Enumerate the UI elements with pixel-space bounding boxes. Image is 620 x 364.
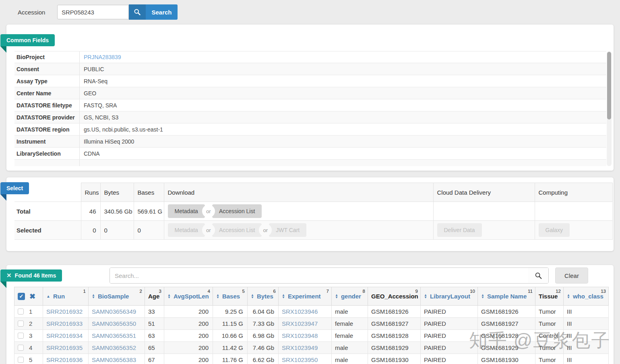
column-header-who-class[interactable]: 13 ▲▼who_class (564, 287, 609, 306)
select-ribbon-fold (0, 194, 6, 201)
sort-icon: ▲▼ (424, 294, 427, 299)
accession-list-download-button-disabled[interactable]: Accession List (212, 223, 262, 237)
accession-list-download-button[interactable]: Accession List (212, 204, 262, 218)
magnifier-icon (535, 272, 542, 280)
results-table: ✓ ✖ 1 ▲Run 2 ▲▼BioSample 3 Age 4 ▲▼AvgSp… (14, 287, 609, 364)
search-icon[interactable] (129, 4, 146, 20)
run-link[interactable]: SRR2016934 (46, 332, 83, 339)
biosample-link[interactable]: SAMN03656352 (92, 344, 136, 351)
field-label: DATASTORE region (14, 123, 80, 135)
magnifier-icon (134, 8, 141, 16)
common-field-row: Consent PUBLIC (14, 63, 606, 75)
column-header-computing: Computing (535, 183, 612, 202)
column-header-sample-name[interactable]: 11 ▲▼Sample Name (478, 287, 535, 306)
selected-row: Selected 0 0 0 Metadata or Accession Lis… (14, 221, 612, 240)
sort-icon: ▲▼ (335, 294, 338, 299)
clear-selection-icon[interactable]: ✖ (29, 293, 35, 300)
results-search-icon[interactable] (528, 268, 548, 283)
biosample-link[interactable]: SAMN03656350 (92, 320, 136, 327)
common-fields-tab-label: Common Fields (6, 34, 49, 46)
sort-ascending-icon: ▲ (46, 294, 50, 298)
or-separator: or (202, 205, 215, 218)
column-header-cloud-data-delivery: Cloud Data Delivery (433, 183, 535, 202)
row-checkbox[interactable] (18, 357, 24, 363)
field-value: Illumina HiSeq 2000 (80, 138, 134, 145)
column-header-gender[interactable]: 8 ▲▼gender (332, 287, 368, 306)
column-header-bytes: Bytes (100, 183, 134, 202)
run-link[interactable]: SRR2016933 (46, 320, 83, 327)
biosample-link[interactable]: SAMN03656349 (92, 308, 136, 315)
selected-bytes: 0 (100, 221, 134, 240)
column-header-tissue: 12 Tissue (535, 287, 564, 306)
common-field-row: Assay Type RNA-Seq (14, 75, 606, 87)
experiment-link[interactable]: SRX1023947 (282, 320, 318, 327)
field-label: LibrarySelection (14, 148, 80, 159)
select-all-checkbox[interactable]: ✓ (18, 293, 25, 300)
accession-label: Accession (18, 9, 57, 16)
column-header-avgspotlen[interactable]: 4 ▲▼AvgSpotLen (164, 287, 213, 306)
found-items-tab: ✕ Found 46 Items (0, 269, 62, 282)
common-field-row: Center Name GEO (14, 87, 606, 99)
run-link[interactable]: SRR2016935 (46, 344, 83, 351)
total-bases: 569.61 G (134, 202, 164, 221)
select-tab-label: Select (6, 182, 23, 194)
deliver-data-button[interactable]: Deliver Data (437, 223, 482, 237)
experiment-link[interactable]: SRX1023948 (282, 332, 318, 339)
jwt-cart-button[interactable]: JWT Cart (269, 223, 306, 237)
column-header-librarylayout[interactable]: 10 ▲▼LibraryLayout (421, 287, 478, 306)
run-link[interactable]: SRR2016936 (46, 356, 83, 363)
found-items-ribbon-fold (0, 282, 6, 288)
scrollbar-thumb[interactable] (607, 52, 611, 119)
sort-icon: ▲▼ (567, 294, 570, 299)
select-panel: Select Runs Bytes Bases Download Cloud D… (6, 177, 614, 251)
sra-run-selector-page: { "accession_bar": { "label": "Accession… (0, 0, 620, 364)
bioproject-link[interactable]: PRJNA283839 (80, 54, 121, 60)
column-header-experiment[interactable]: 7 ▲▼Experiment (279, 287, 332, 306)
biosample-link[interactable]: SAMN03656351 (92, 332, 136, 339)
accession-input[interactable] (57, 5, 129, 19)
sort-icon: ▲▼ (251, 294, 254, 299)
common-fields-table: BioProject PRJNA283839 Consent PUBLIC As… (14, 51, 606, 166)
row-checkbox[interactable] (18, 308, 24, 315)
column-header-run[interactable]: 1 ▲Run (43, 287, 89, 306)
row-checkbox[interactable] (18, 345, 24, 351)
table-row: 2 SRR2016933 SAMN03656350 51 200 11.15 G… (14, 318, 609, 330)
total-runs: 46 (81, 202, 100, 221)
search-button[interactable]: Search (146, 4, 178, 20)
metadata-download-button[interactable]: Metadata (168, 204, 205, 218)
select-summary-header: Runs Bytes Bases Download Cloud Data Del… (14, 183, 612, 202)
search-button-group: Search (129, 4, 178, 20)
results-header-row: ✓ ✖ 1 ▲Run 2 ▲▼BioSample 3 Age 4 ▲▼AvgSp… (14, 287, 609, 306)
field-label: Assay Type (14, 75, 80, 87)
row-checkbox[interactable] (18, 321, 24, 327)
run-link[interactable]: SRR2016932 (46, 308, 83, 315)
column-header-bytes[interactable]: 6 ▲▼Bytes (248, 287, 279, 306)
sort-icon: ▲▼ (481, 294, 484, 299)
column-header-biosample[interactable]: 2 ▲▼BioSample (89, 287, 145, 306)
table-row: 1 SRR2016932 SAMN03656349 33 200 9.25 G … (14, 306, 609, 318)
results-search-box (110, 267, 549, 284)
experiment-link[interactable]: SRX1023950 (282, 356, 318, 363)
field-value: GS, NCBI, S3 (80, 114, 118, 121)
field-value: CDNA (80, 150, 100, 157)
biosample-link[interactable]: SAMN03656383 (92, 356, 136, 363)
scrollbar-track[interactable] (607, 51, 612, 166)
experiment-link[interactable]: SRX1023949 (282, 344, 318, 351)
column-header-age: 3 Age (145, 287, 164, 306)
row-checkbox[interactable] (18, 333, 24, 339)
experiment-link[interactable]: SRX1023946 (282, 308, 318, 315)
sort-icon: ▲▼ (282, 294, 285, 299)
clear-button[interactable]: Clear (555, 267, 588, 284)
metadata-download-button-disabled[interactable]: Metadata (168, 223, 205, 237)
field-value: PUBLIC (80, 66, 104, 72)
results-search-input[interactable] (110, 268, 528, 283)
total-bytes: 340.56 Gb (100, 202, 134, 221)
field-label: DATASTORE provider (14, 111, 80, 123)
galaxy-button[interactable]: Galaxy (539, 223, 570, 237)
field-value: RNA-Seq (80, 78, 107, 84)
column-header-geo-accession: 9 GEO_Accession (368, 287, 421, 306)
select-tab: Select (0, 182, 29, 194)
selected-bases: 0 (134, 221, 164, 240)
table-row: 3 SRR2016934 SAMN03656351 63 200 10.66 G… (14, 330, 609, 342)
column-header-bases[interactable]: 5 ▲▼Bases (213, 287, 248, 306)
